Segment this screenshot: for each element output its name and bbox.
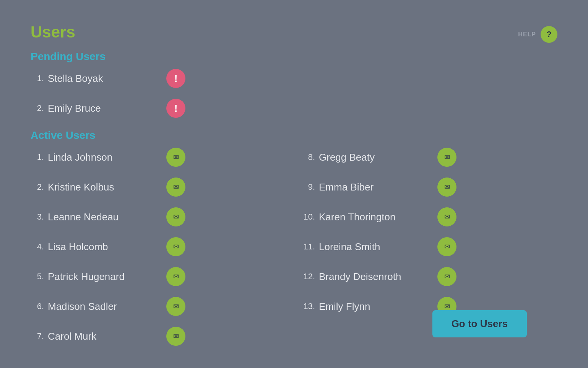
pending-users-section: Pending Users 1. Stella Boyak ! 2. Emily…	[31, 50, 557, 118]
help-icon-button[interactable]: ?	[541, 26, 557, 43]
active-user-row-10: 10. Karen Thorington ✉	[302, 207, 557, 226]
active-user-row-3: 3. Leanne Nedeau ✉	[31, 207, 286, 226]
user-number: 1.	[31, 73, 48, 83]
mail-button-10[interactable]: ✉	[437, 207, 456, 226]
user-name: Linda Johnson	[48, 151, 162, 163]
user-name: Emma Biber	[319, 181, 434, 193]
mail-button-12[interactable]: ✉	[437, 267, 456, 286]
user-name: Stella Boyak	[48, 73, 162, 85]
mail-button-7[interactable]: ✉	[166, 327, 185, 346]
user-number: 8.	[302, 152, 319, 162]
user-name: Lisa Holcomb	[48, 241, 162, 253]
help-label: HELP	[518, 31, 536, 38]
mail-button-1[interactable]: ✉	[166, 148, 185, 167]
active-user-row-5: 5. Patrick Hugenard ✉	[31, 267, 286, 286]
pending-user-row-1: 1. Stella Boyak !	[31, 69, 557, 88]
user-name: Kristine Kolbus	[48, 181, 162, 193]
user-number: 7.	[31, 331, 48, 341]
user-number: 3.	[31, 212, 48, 222]
user-name: Madison Sadler	[48, 301, 162, 313]
user-number: 12.	[302, 272, 319, 282]
user-name: Karen Thorington	[319, 211, 434, 223]
pending-user-row-2: 2. Emily Bruce !	[31, 99, 557, 118]
active-user-row-8: 8. Gregg Beaty ✉	[302, 148, 557, 167]
user-number: 5.	[31, 272, 48, 282]
active-user-row-12: 12. Brandy Deisenroth ✉	[302, 267, 557, 286]
user-number: 10.	[302, 212, 319, 222]
user-name: Loreina Smith	[319, 241, 434, 253]
mail-button-6[interactable]: ✉	[166, 297, 185, 316]
user-name: Leanne Nedeau	[48, 211, 162, 223]
user-number: 9.	[302, 182, 319, 192]
user-name: Gregg Beaty	[319, 151, 434, 163]
user-name: Emily Bruce	[48, 103, 162, 114]
page-container: Users HELP ? Pending Users 1. Stella Boy…	[0, 0, 588, 368]
mail-button-9[interactable]: ✉	[437, 177, 456, 197]
user-number: 13.	[302, 301, 319, 311]
active-user-row-9: 9. Emma Biber ✉	[302, 177, 557, 197]
pending-alert-button-2[interactable]: !	[166, 99, 185, 118]
user-name: Patrick Hugenard	[48, 271, 162, 283]
user-number: 1.	[31, 152, 48, 162]
mail-button-8[interactable]: ✉	[437, 148, 456, 167]
go-to-users-button[interactable]: Go to Users	[432, 310, 527, 337]
mail-button-4[interactable]: ✉	[166, 237, 185, 256]
active-user-row-11: 11. Loreina Smith ✉	[302, 237, 557, 256]
active-users-left-col: 1. Linda Johnson ✉ 2. Kristine Kolbus ✉ …	[31, 148, 286, 357]
active-user-row-4: 4. Lisa Holcomb ✉	[31, 237, 286, 256]
user-number: 4.	[31, 242, 48, 252]
user-number: 6.	[31, 301, 48, 311]
user-name: Carol Murk	[48, 331, 162, 342]
user-number: 2.	[31, 103, 48, 113]
active-user-row-2: 2. Kristine Kolbus ✉	[31, 177, 286, 197]
pending-alert-button-1[interactable]: !	[166, 69, 185, 88]
page-title: Users	[31, 23, 75, 41]
header: Users HELP ?	[31, 23, 557, 43]
active-user-row-1: 1. Linda Johnson ✉	[31, 148, 286, 167]
help-area: HELP ?	[518, 26, 557, 43]
active-users-title: Active Users	[31, 129, 557, 142]
active-user-row-7: 7. Carol Murk ✉	[31, 327, 286, 346]
mail-button-2[interactable]: ✉	[166, 177, 185, 197]
user-name: Emily Flynn	[319, 301, 434, 313]
mail-button-3[interactable]: ✉	[166, 207, 185, 226]
user-name: Brandy Deisenroth	[319, 271, 434, 283]
user-number: 2.	[31, 182, 48, 192]
mail-button-5[interactable]: ✉	[166, 267, 185, 286]
user-number: 11.	[302, 242, 319, 252]
mail-button-11[interactable]: ✉	[437, 237, 456, 256]
pending-users-title: Pending Users	[31, 50, 557, 63]
active-user-row-6: 6. Madison Sadler ✉	[31, 297, 286, 316]
